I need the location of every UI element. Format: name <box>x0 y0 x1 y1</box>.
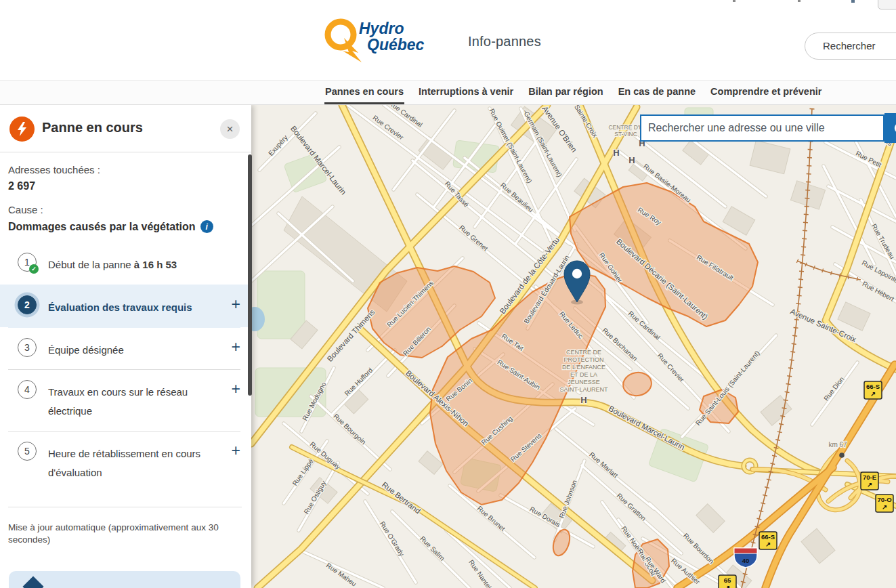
highway-shield-70-O: 70-O↗ <box>876 495 893 512</box>
hydro-quebec-logo[interactable]: Hydro Québec <box>324 14 442 62</box>
logo-text-hydro: Hydro <box>359 20 404 37</box>
expand-plus-icon[interactable]: + <box>232 339 240 355</box>
svg-text:↗: ↗ <box>725 584 730 588</box>
logo-text-quebec: Québec <box>367 36 425 54</box>
svg-text:66-S: 66-S <box>866 383 880 390</box>
outage-icon <box>9 117 35 142</box>
svg-text:70-E: 70-E <box>863 474 876 481</box>
nav-tab-en-cas-de-panne[interactable]: En cas de panne <box>618 81 696 104</box>
outage-steps: 1✓ Début de la panne à 16 h 53 2 Évaluat… <box>8 243 240 492</box>
step-number: 4 <box>18 380 37 399</box>
top-cropped-text <box>733 0 735 2</box>
map-search-input[interactable] <box>640 114 884 142</box>
nav-tab-interruptions-a-venir[interactable]: Interruptions à venir <box>418 81 514 104</box>
step-number: 2 <box>18 295 37 314</box>
km-marker-dot <box>839 453 845 458</box>
svg-text:66-S: 66-S <box>761 533 775 541</box>
step-row-1: 1✓ Début de la panne à 16 h 53 <box>8 243 240 285</box>
nav-tab-comprendre-et-prevenir[interactable]: Comprendre et prévenir <box>710 81 822 104</box>
info-pannes-page: ExupéryBoulevard Marcel-LaurinRue Crevie… <box>0 0 896 588</box>
svg-text:↗: ↗ <box>867 481 872 488</box>
highway-shield-66-S: 66-S↗ <box>759 532 777 549</box>
step-row-3[interactable]: 3 Équipe désignée + <box>8 327 240 370</box>
step-number: 1✓ <box>18 253 37 272</box>
highway-shield-66-S: 66-S↗ <box>864 381 882 399</box>
lightning-bolt-icon <box>16 122 28 136</box>
outage-map[interactable]: ExupéryBoulevard Marcel-LaurinRue Crevie… <box>251 105 896 588</box>
svg-text:↗: ↗ <box>882 503 887 511</box>
top-cropped-text <box>851 0 855 3</box>
top-cropped-text <box>798 0 801 2</box>
info-icon[interactable]: i <box>200 220 213 233</box>
nav-tab-pannes-en-cours[interactable]: Pannes en cours <box>324 81 404 104</box>
site-header: Hydro Québec Info-pannes Rechercher <box>0 0 896 80</box>
hospital-marker: H <box>628 155 635 165</box>
km-marker-label: km 67 <box>828 441 847 448</box>
highway-shield-70-E: 70-E↗ <box>861 472 878 490</box>
panel-header: Panne en cours × <box>0 105 251 152</box>
header-search-button[interactable]: Rechercher <box>805 33 896 60</box>
highway-shield-65: 65↗ <box>719 575 736 588</box>
alert-banner[interactable] <box>9 571 240 588</box>
outage-detail-panel: Panne en cours × Adresses touchées : 2 6… <box>0 105 251 588</box>
expand-plus-icon[interactable]: + <box>232 381 240 397</box>
step-number: 5 <box>18 442 37 461</box>
step-row-4[interactable]: 4 Travaux en cours sur le réseau électri… <box>8 369 240 431</box>
map-search-button[interactable] <box>884 113 896 143</box>
svg-text:40: 40 <box>742 557 750 564</box>
map-container[interactable]: ExupéryBoulevard Marcel-LaurinRue Crevie… <box>251 105 896 588</box>
expand-plus-icon[interactable]: + <box>232 297 240 312</box>
close-icon[interactable]: × <box>220 119 240 139</box>
cause-label: Cause : <box>8 204 240 215</box>
search-icon <box>893 121 896 138</box>
step-row-5[interactable]: 5 Heure de rétablissement en cours d'éva… <box>8 431 240 492</box>
step-number: 3 <box>18 338 37 357</box>
svg-text:↗: ↗ <box>765 541 771 548</box>
panel-scrollbar[interactable] <box>248 154 252 396</box>
nav-tab-bilan-par-region[interactable]: Bilan par région <box>528 81 603 104</box>
affected-addresses-value: 2 697 <box>8 180 240 192</box>
svg-text:70-O: 70-O <box>877 496 891 503</box>
auto-update-note: Mise à jour automatique (approximativeme… <box>8 507 242 546</box>
main-nav: Pannes en cours Interruptions à venir Bi… <box>0 80 896 105</box>
hospital-marker: H <box>580 395 586 405</box>
svg-text:65: 65 <box>724 576 731 584</box>
check-icon: ✓ <box>29 264 39 274</box>
svg-text:↗: ↗ <box>870 390 876 398</box>
top-cropped-button <box>878 0 896 9</box>
hospital-marker: H <box>613 148 619 158</box>
affected-addresses-label: Adresses touchées : <box>8 164 240 175</box>
panel-title: Panne en cours <box>42 120 143 135</box>
cause-value: Dommages causés par la végétation <box>8 221 196 233</box>
alert-diamond-icon <box>22 576 43 588</box>
page-title: Info-pannes <box>468 34 541 49</box>
step-row-2[interactable]: 2 Évaluation des travaux requis + <box>0 285 251 327</box>
expand-plus-icon[interactable]: + <box>232 443 240 459</box>
